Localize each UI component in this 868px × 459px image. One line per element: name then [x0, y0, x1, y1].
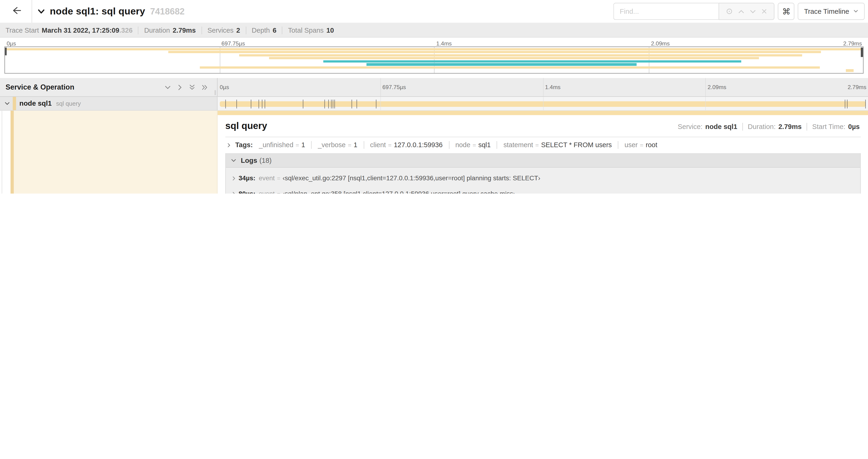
tag-key: node [455, 141, 470, 149]
caret-down-icon [853, 7, 859, 15]
view-options-button[interactable]: Trace Timeline [798, 3, 865, 20]
stat-value: 10 [327, 26, 334, 34]
minimap-tick-label: 2.79ms [843, 40, 862, 46]
log-row[interactable]: 34µs:event=‹sql/exec_util.go:2297 [nsql1… [231, 170, 855, 186]
log-tick [351, 99, 352, 108]
span-meta-item: Service:node sql1 [673, 123, 743, 131]
timeline-tick-label: 0µs [220, 84, 229, 90]
span-meta-value: 2.79ms [778, 123, 802, 131]
tags-label: Tags: [235, 141, 253, 149]
detail-top-strip [217, 110, 868, 115]
minimap-tick-label: 697.75µs [221, 40, 245, 46]
prev-match-icon[interactable] [738, 8, 745, 14]
clear-search-icon[interactable] [762, 8, 768, 14]
timeline-tick-label: 1.4ms [545, 84, 561, 90]
timeline-tick-label: 2.09ms [708, 84, 726, 90]
tag-item[interactable]: user=root [625, 141, 663, 149]
minimap-band [846, 69, 854, 72]
minimap-right-handle[interactable] [861, 47, 863, 57]
span-meta-value: 0µs [848, 123, 860, 131]
find-input[interactable] [614, 3, 719, 20]
log-time: 34µs: [239, 174, 255, 182]
tag-item[interactable]: node=sql1 [455, 141, 497, 149]
tags-row[interactable]: Tags: _unfinished=1_verbose=1client=127.… [225, 141, 861, 149]
logs-header[interactable]: Logs (18) [226, 154, 860, 168]
find-group [614, 3, 775, 20]
logs-section: Logs (18) 34µs:event=‹sql/exec_util.go:2… [225, 153, 861, 194]
chevron-right-icon[interactable] [231, 176, 239, 181]
minimap-band [200, 66, 820, 69]
tag-item[interactable]: client=127.0.0.1:59936 [370, 141, 449, 149]
log-time: 80µs: [239, 190, 255, 194]
logs-list: 34µs:event=‹sql/exec_util.go:2297 [nsql1… [226, 168, 860, 194]
chevron-right-icon [226, 142, 231, 147]
log-row[interactable]: 80µs:event=‹sql/plan_opt.go:358 [nsql1,c… [231, 186, 855, 194]
log-tick [251, 99, 251, 108]
tag-item[interactable]: _verbose=1 [318, 141, 364, 149]
chevron-right-icon[interactable] [231, 191, 239, 194]
span-row-timeline-cell[interactable] [217, 97, 868, 110]
tag-value: 127.0.0.1:59936 [394, 141, 443, 149]
minimap-section: 0µs697.75µs1.4ms2.09ms2.79ms [0, 38, 868, 73]
logs-title: Logs [241, 157, 257, 164]
stat-value: March 31 2022, 17:25:09 [42, 26, 120, 34]
tag-item[interactable]: _unfinished=1 [259, 141, 312, 149]
tag-key: client [370, 141, 386, 149]
chevron-down-icon[interactable] [37, 7, 45, 15]
span-meta-label: Service: [678, 123, 702, 131]
back-button[interactable] [0, 0, 32, 23]
equals-sign: = [296, 141, 299, 148]
log-tick [261, 99, 262, 108]
stat-value: 2.79ms [173, 26, 196, 34]
minimap-tick-label: 2.09ms [651, 40, 670, 46]
equals-sign: = [472, 141, 476, 148]
view-options-label: Trace Timeline [804, 7, 849, 15]
tag-item[interactable]: statement=SELECT * FROM users [503, 141, 619, 149]
next-match-icon[interactable] [750, 8, 756, 14]
stat-value: 6 [273, 26, 276, 34]
minimap-tick-labels: 0µs697.75µs1.4ms2.09ms2.79ms [4, 40, 864, 46]
command-icon: ⌘ [782, 6, 790, 16]
collapse-all-icon[interactable] [189, 84, 195, 91]
stat-suffix: .326 [119, 26, 132, 34]
span-detail-panel: sql query Service:node sql1Duration:2.79… [217, 110, 868, 194]
tag-value: sql1 [478, 141, 491, 149]
grid-line [705, 97, 706, 110]
collapse-one-icon[interactable] [164, 84, 171, 90]
detail-header: sql query Service:node sql1Duration:2.79… [225, 121, 861, 132]
log-tick [335, 99, 335, 108]
span-meta-label: Duration: [748, 123, 776, 131]
service-operation-header: Service & Operation ∥ [0, 78, 217, 96]
minimap-band [168, 51, 821, 53]
locate-icon[interactable] [726, 8, 733, 15]
equals-sign: = [348, 141, 351, 148]
minimap-band [239, 54, 802, 57]
log-tick [376, 99, 376, 108]
log-tick [333, 99, 334, 108]
minimap-band [269, 57, 759, 60]
log-field-key: event [259, 190, 275, 194]
span-color-accent [13, 97, 16, 110]
column-resizer[interactable]: ∥ [214, 90, 217, 95]
timeline-tick-label: 2.79ms [848, 84, 866, 90]
trace-minimap[interactable] [4, 46, 864, 73]
span-row[interactable]: node sql1 sql query [0, 97, 868, 110]
keyboard-shortcuts-button[interactable]: ⌘ [778, 3, 795, 20]
span-row-name-cell: node sql1 sql query [0, 97, 217, 110]
grid-line [543, 97, 543, 110]
page-title: node sql1: sql query [50, 6, 145, 17]
stat-item: Duration2.79ms [138, 26, 202, 34]
span-meta-item: Start Time:0µs [807, 123, 861, 131]
expand-all-icon[interactable] [201, 84, 208, 90]
tag-key: statement [503, 141, 533, 149]
log-tick [265, 99, 265, 108]
equals-sign: = [388, 141, 392, 148]
minimap-left-handle[interactable] [5, 47, 6, 55]
expand-one-icon[interactable] [177, 84, 183, 90]
stat-label: Services [208, 26, 234, 34]
toolbar: ⌘ Trace Timeline [614, 3, 865, 20]
service-operation-label: Service & Operation [6, 83, 74, 91]
log-tick [225, 99, 226, 108]
row-expander-chevron-icon[interactable] [4, 101, 10, 106]
logs-count: (18) [259, 157, 272, 164]
